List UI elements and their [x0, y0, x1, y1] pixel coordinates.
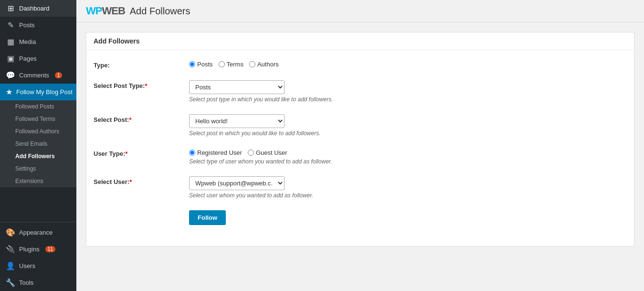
appearance-icon: 🎨 — [6, 228, 15, 237]
submit-row: Follow — [94, 210, 627, 225]
user-label: Select User:* — [94, 176, 179, 185]
type-terms-option[interactable]: Terms — [219, 61, 243, 68]
sidebar-item-settings[interactable]: Settings — [0, 162, 76, 175]
user-hint: Select user whom you wanted to add as fo… — [189, 192, 627, 199]
sidebar-item-label: Posts — [19, 22, 35, 29]
users-icon: 👤 — [6, 261, 15, 270]
sidebar-item-label: Tools — [19, 279, 33, 286]
sidebar-item-plugins[interactable]: 🔌 Plugins 11 — [0, 241, 76, 258]
card-body: Type: Posts Terms — [86, 50, 634, 246]
user-control: Wpweb (support@wpweb.c... Select user wh… — [189, 176, 627, 199]
post-hint: Select post in which you would like to a… — [189, 130, 627, 137]
type-authors-label: Authors — [257, 61, 279, 68]
sidebar-item-users[interactable]: 👤 Users — [0, 258, 76, 274]
brand-wp: WP — [86, 5, 102, 17]
sidebar-divider — [0, 222, 76, 222]
sidebar-item-label: Media — [19, 38, 36, 45]
sidebar-item-dashboard[interactable]: ⊞ Dashboard — [0, 0, 76, 17]
sidebar-item-label: Pages — [19, 55, 37, 62]
brand-web: WEB — [102, 5, 125, 17]
follow-button[interactable]: Follow — [189, 210, 226, 225]
post-type-label: Select Post Type:* — [94, 80, 179, 89]
sidebar-item-label: Dashboard — [19, 5, 50, 12]
sidebar-item-comments[interactable]: 💬 Comments 1 — [0, 67, 76, 84]
page-title: Add Followers — [130, 6, 190, 17]
card-header: Add Followers — [86, 32, 634, 50]
type-terms-radio[interactable] — [219, 61, 225, 67]
user-type-registered-option[interactable]: Registered User — [189, 149, 242, 156]
user-type-guest-option[interactable]: Guest User — [248, 149, 287, 156]
submit-control: Follow — [189, 210, 627, 225]
content-area: Add Followers Type: Posts Ter — [76, 22, 644, 291]
post-select[interactable]: Hello world! — [189, 114, 285, 128]
sidebar-item-tools[interactable]: 🔧 Tools — [0, 274, 76, 291]
sidebar-item-label: Plugins — [19, 246, 40, 253]
plugins-badge: 11 — [45, 246, 55, 252]
submit-spacer — [94, 210, 179, 212]
tools-icon: 🔧 — [6, 278, 15, 287]
user-type-required: * — [125, 150, 127, 157]
type-control: Posts Terms Authors — [189, 60, 627, 68]
post-type-hint: Select post type in which you would like… — [189, 96, 627, 103]
user-type-registered-label: Registered User — [197, 149, 242, 156]
comments-badge: 1 — [55, 72, 63, 78]
type-row: Type: Posts Terms — [94, 60, 627, 69]
sidebar-item-media[interactable]: ▦ Media — [0, 33, 76, 50]
type-posts-radio[interactable] — [189, 61, 195, 67]
post-type-row: Select Post Type:* Posts Pages Media Sel… — [94, 80, 627, 103]
sidebar-item-followed-posts[interactable]: Followed Posts — [0, 100, 76, 113]
sidebar-item-pages[interactable]: ▣ Pages — [0, 50, 76, 67]
type-radio-group: Posts Terms Authors — [189, 60, 627, 68]
sidebar: ⊞ Dashboard ✎ Posts ▦ Media ▣ Pages 💬 Co… — [0, 0, 76, 291]
sidebar-item-label: Appearance — [19, 229, 53, 236]
sidebar-item-label: Users — [19, 262, 35, 269]
type-authors-radio[interactable] — [249, 61, 255, 67]
sidebar-item-send-emails[interactable]: Send Emails — [0, 138, 76, 150]
sidebar-item-followed-authors[interactable]: Followed Authors — [0, 125, 76, 138]
post-required: * — [129, 116, 131, 123]
sidebar-item-follow-my-blog-post[interactable]: ★ Follow My Blog Post — [0, 84, 76, 100]
sidebar-item-label: Comments — [19, 72, 49, 79]
sidebar-bottom: 🎨 Appearance 🔌 Plugins 11 👤 Users 🔧 Tool… — [0, 220, 76, 291]
type-posts-option[interactable]: Posts — [189, 61, 213, 68]
post-label: Select Post:* — [94, 114, 179, 123]
post-control: Hello world! Select post in which you wo… — [189, 114, 627, 137]
post-type-control: Posts Pages Media Select post type in wh… — [189, 80, 627, 103]
dashboard-icon: ⊞ — [6, 4, 15, 13]
user-type-guest-label: Guest User — [256, 149, 287, 156]
pages-icon: ▣ — [6, 54, 15, 63]
media-icon: ▦ — [6, 37, 15, 46]
post-row: Select Post:* Hello world! Select post i… — [94, 114, 627, 137]
sidebar-item-extensions[interactable]: Extensions — [0, 175, 76, 187]
type-terms-label: Terms — [227, 61, 243, 68]
follow-submenu: Followed Posts Followed Terms Followed A… — [0, 100, 76, 187]
user-type-control: Registered User Guest User Select type o… — [189, 148, 627, 165]
user-type-guest-radio[interactable] — [248, 150, 254, 156]
page-header: WPWEB Add Followers — [76, 0, 644, 22]
user-type-row: User Type:* Registered User Guest User — [94, 148, 627, 165]
type-authors-option[interactable]: Authors — [249, 61, 279, 68]
add-followers-card: Add Followers Type: Posts Ter — [86, 32, 634, 247]
type-posts-label: Posts — [197, 61, 213, 68]
sidebar-item-posts[interactable]: ✎ Posts — [0, 17, 76, 33]
sidebar-item-add-followers[interactable]: Add Followers — [0, 150, 76, 162]
plugins-icon: 🔌 — [6, 245, 15, 254]
sidebar-item-label: Follow My Blog Post — [16, 88, 73, 96]
post-type-required: * — [145, 82, 147, 89]
user-type-hint: Select type of user whom you wanted to a… — [189, 158, 627, 165]
sidebar-item-followed-terms[interactable]: Followed Terms — [0, 113, 76, 125]
user-select[interactable]: Wpweb (support@wpweb.c... — [189, 176, 285, 190]
sidebar-item-appearance[interactable]: 🎨 Appearance — [0, 224, 76, 241]
follow-icon: ★ — [6, 87, 12, 97]
user-required: * — [129, 178, 132, 185]
type-label: Type: — [94, 60, 179, 69]
user-type-registered-radio[interactable] — [189, 150, 195, 156]
comments-icon: 💬 — [6, 71, 15, 80]
user-type-label: User Type:* — [94, 148, 179, 157]
user-type-radio-group: Registered User Guest User — [189, 148, 627, 156]
posts-icon: ✎ — [6, 21, 15, 30]
post-type-select[interactable]: Posts Pages Media — [189, 80, 285, 94]
main-content: WPWEB Add Followers Add Followers Type: … — [76, 0, 644, 291]
user-row: Select User:* Wpweb (support@wpweb.c... … — [94, 176, 627, 199]
